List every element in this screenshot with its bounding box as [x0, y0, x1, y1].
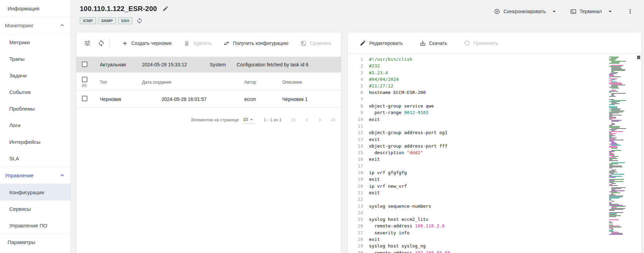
protocol-badge-icmp: ICMP [80, 17, 96, 24]
download-config-button[interactable]: Скачать [417, 37, 449, 49]
per-page-select[interactable]: 10 [243, 116, 255, 124]
code-line: 26 remote-address 100.110.2.6 [348, 223, 641, 229]
toolbar-divider [110, 38, 110, 48]
minimap-line [609, 195, 616, 195]
sync-icon [136, 18, 143, 24]
minimap-line [611, 162, 625, 163]
compare-button[interactable]: Сравнить [298, 37, 333, 49]
synchronize-dropdown-button[interactable] [548, 5, 560, 18]
line-number: 20 [348, 183, 363, 189]
plus-icon [122, 40, 128, 47]
sidebar-item-services[interactable]: Сервисы [0, 200, 70, 217]
prev-page-button[interactable] [300, 113, 313, 126]
first-page-button[interactable] [287, 113, 300, 126]
chevron-up-icon [59, 172, 66, 179]
column-description[interactable]: Описание [278, 80, 341, 85]
line-number: 21 [348, 189, 363, 196]
more-menu-button[interactable] [624, 5, 636, 18]
minimap-line [609, 225, 613, 225]
sidebar-item-sla[interactable]: SLA [0, 150, 70, 167]
column-type[interactable]: Тип [96, 80, 138, 85]
minimap-line [609, 204, 619, 205]
column-author[interactable]: Автор [240, 80, 278, 85]
protocol-badge-ssh: SSH [118, 17, 133, 24]
column-date[interactable]: Дата создания [138, 80, 240, 85]
editor-scrollbar[interactable] [637, 55, 640, 252]
pencil-icon [162, 6, 169, 12]
fetch-config-button[interactable]: Получить конфигурацию [221, 37, 290, 49]
minimap-line [609, 96, 616, 97]
config-row[interactable]: Черновик2024-05-28 16:01:57eccmЧерновик … [76, 91, 341, 108]
scrollbar-thumb[interactable] [637, 56, 640, 59]
minimap-line [609, 97, 625, 98]
code-line: 16exit [348, 156, 641, 162]
kebab-menu-icon [627, 8, 634, 15]
line-number: 30 [348, 250, 363, 253]
line-number: 17 [348, 163, 363, 169]
sidebar-item-software[interactable]: Управление ПО [0, 217, 70, 234]
minimap-line [609, 151, 615, 152]
minimap-line [609, 199, 611, 199]
filter-button[interactable] [80, 36, 94, 50]
minimap-line [609, 152, 612, 153]
minimap-line [609, 59, 616, 59]
minimap-line [609, 214, 616, 215]
download-config-label: Скачать [429, 40, 447, 46]
minimap-line [611, 65, 623, 66]
minimap-line [611, 142, 614, 142]
first-page-icon [290, 116, 297, 123]
edit-config-button[interactable]: Редактировать [358, 37, 405, 49]
terminal-dropdown-button[interactable] [604, 5, 616, 18]
minimap-line [609, 217, 625, 218]
last-page-button[interactable] [326, 113, 340, 126]
line-number: 28 [348, 236, 363, 243]
refresh-device-button[interactable] [134, 16, 145, 26]
create-draft-button[interactable]: Создать черновик [120, 37, 174, 49]
sidebar-item-monitoring[interactable]: Мониторинг [0, 17, 70, 34]
sidebar-item-traps[interactable]: Трапы [0, 50, 70, 67]
current-config-type: Актуальная [96, 62, 138, 67]
sidebar-item-information[interactable]: Информация [0, 0, 70, 17]
sidebar-item-label: Трапы [9, 56, 25, 62]
minimap-line [609, 118, 616, 119]
code-line: 15 description "ddd2" [348, 149, 641, 156]
sidebar-item-interfaces[interactable]: Интерфейсы [0, 133, 70, 150]
sidebar-item-problems[interactable]: Проблемы [0, 100, 70, 117]
next-page-button[interactable] [313, 113, 326, 126]
minimap-line [609, 219, 619, 220]
code-line: 12object-group address-port og1 [348, 129, 641, 136]
minimap-line [609, 224, 625, 224]
synchronize-button[interactable]: Синхронизировать [492, 6, 548, 18]
terminal-button[interactable]: Терминал [568, 6, 604, 18]
per-page-value: 10 [243, 117, 248, 122]
refresh-list-button[interactable] [94, 36, 108, 50]
row-checkbox[interactable] [82, 96, 87, 101]
minimap-line [609, 76, 621, 77]
minimap-line [609, 210, 615, 211]
line-number: 4 [348, 76, 363, 83]
apply-config-button[interactable]: Применить [462, 37, 500, 49]
minimap-line [609, 234, 623, 235]
select-all-checkbox[interactable] [82, 77, 87, 82]
sidebar-item-configurations[interactable]: Конфигурации [0, 184, 70, 200]
sidebar-item-logs[interactable]: Логи [0, 117, 70, 133]
current-config-checkbox[interactable] [82, 62, 87, 67]
minimap[interactable] [609, 57, 625, 235]
code-line: 2#232 [348, 63, 641, 69]
row-description: Черновик 1 [278, 96, 341, 102]
edit-title-button[interactable] [160, 3, 171, 14]
sidebar-item-management[interactable]: Управление [0, 167, 70, 184]
minimap-line [609, 185, 618, 186]
delete-button[interactable]: Удалить [181, 37, 214, 49]
terminal-label: Терминал [580, 9, 602, 14]
sidebar-item-parameters[interactable]: Параметры [0, 234, 70, 250]
minimap-line [609, 122, 625, 123]
main-area: 100.110.1.122_ESR-200 ICMPSNMPSSH Синхро… [71, 0, 644, 253]
minimap-line [609, 203, 612, 204]
sidebar-item-tasks[interactable]: Задачи [0, 67, 70, 84]
line-number: 22 [348, 196, 363, 203]
code-line: 25syslog host eccm2_litv [348, 216, 641, 223]
sidebar-item-events[interactable]: События [0, 84, 70, 100]
current-config-row[interactable]: Актуальная 2024-05-28 15:33:12 System Co… [76, 57, 341, 73]
sidebar-item-metrics[interactable]: Метрики [0, 34, 70, 50]
